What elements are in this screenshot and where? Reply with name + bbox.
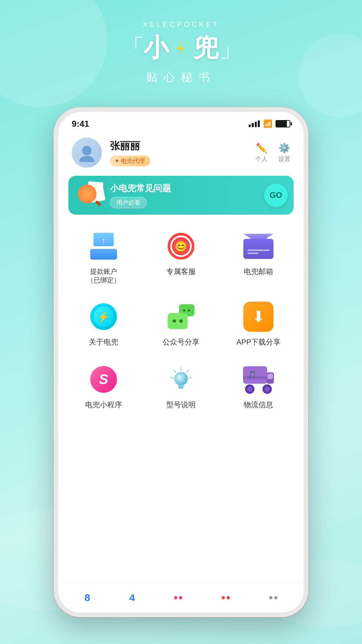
signal-bar-2 xyxy=(252,123,254,127)
menu-item-mailbox[interactable]: 电兜邮箱 xyxy=(222,223,296,290)
nav-dots-3 xyxy=(174,596,182,599)
signal-bar-3 xyxy=(255,122,257,127)
appdown-arrow-icon: ⬇ xyxy=(252,308,265,326)
about-icon-wrapper: ⚡ xyxy=(87,300,120,333)
appdown-icon-wrapper: ⬇ xyxy=(242,300,275,333)
menu-label-logistics: 物流信息 xyxy=(244,400,273,410)
mail-lines xyxy=(247,250,269,256)
menu-item-about[interactable]: ⚡ 关于电兜 xyxy=(66,293,140,353)
mini-icon-wrapper: S xyxy=(87,363,120,396)
menu-item-service[interactable]: 😊 专属客服 xyxy=(144,223,218,290)
svg-text:🎵: 🎵 xyxy=(247,370,257,379)
settings-icon: ⚙️ xyxy=(279,143,290,154)
profile-name: 张丽丽 xyxy=(110,139,247,153)
wechat-eyes-2 xyxy=(183,309,190,312)
banner-title: 小电兜常见问题 xyxy=(110,182,259,194)
badge-label: 电兜代理 xyxy=(121,157,145,165)
phone-mockup: 9:41 📶 xyxy=(54,107,308,617)
logistics-icon: 🎵 xyxy=(242,365,275,394)
svg-rect-9 xyxy=(179,387,183,389)
model-icon-wrapper xyxy=(164,363,198,396)
menu-item-appdown[interactable]: ⬇ APP下载分享 xyxy=(222,293,296,353)
menu-label-wechat: 公众号分享 xyxy=(163,337,199,347)
badge-heart-icon: ♥ xyxy=(115,158,119,164)
menu-label-about: 关于电兜 xyxy=(89,337,118,347)
wechat-icon-wrapper xyxy=(164,300,198,333)
brand-area: XELECPOCKET 「 小 兜 」 贴心秘书 xyxy=(64,20,298,85)
about-inner: ⚡ xyxy=(94,307,114,327)
service-icon: 😊 xyxy=(168,233,194,260)
svg-rect-8 xyxy=(178,385,184,387)
phone-inner: 9:41 📶 xyxy=(58,112,304,612)
nav-item-5[interactable] xyxy=(269,596,278,599)
banner-go-button[interactable]: GO xyxy=(264,183,288,207)
menu-label-appdown: APP下载分享 xyxy=(236,337,281,347)
brand-chinese: 小 兜 xyxy=(143,31,219,65)
withdraw-arrow-icon: ↑ xyxy=(101,235,106,246)
headset-inner: 😊 xyxy=(172,237,190,255)
nav-item-2[interactable]: 4 xyxy=(129,592,135,603)
bracket-right: 」 xyxy=(219,32,241,64)
mail-line-2 xyxy=(247,253,258,254)
mailbox-icon-wrapper xyxy=(242,229,275,263)
faq-banner[interactable]: 小电兜常见问题 用户必看 GO xyxy=(68,176,294,215)
wechat-eyes-1 xyxy=(173,319,183,323)
status-icons: 📶 xyxy=(249,119,290,128)
edit-label: 个人 xyxy=(255,155,267,163)
menu-item-mini[interactable]: S 电兜小程序 xyxy=(66,356,140,415)
nav-dot-5-1 xyxy=(269,596,273,599)
menu-label-mailbox: 电兜邮箱 xyxy=(244,267,273,277)
bg-decoration-2 xyxy=(298,34,362,117)
avatar xyxy=(72,138,102,168)
banner-subtitle: 用户必看 xyxy=(110,197,147,208)
svg-point-16 xyxy=(247,386,252,392)
mini-s-icon: S xyxy=(99,371,108,387)
menu-item-withdraw[interactable]: ↑ 提款账户（已绑定） xyxy=(66,223,140,290)
nav-item-3[interactable] xyxy=(174,596,182,599)
bracket-left: 「 xyxy=(121,32,143,64)
nav-dots-5 xyxy=(269,596,278,599)
svg-line-3 xyxy=(186,370,188,372)
banner-magnify-icon xyxy=(78,184,97,203)
settings-action[interactable]: ⚙️ 设置 xyxy=(278,143,290,163)
nav-badge-1: 8 xyxy=(84,592,90,603)
withdraw-base xyxy=(90,249,117,260)
menu-item-model[interactable]: 型号说明 xyxy=(144,356,218,415)
profile-actions: ✏️ 个人 ⚙️ 设置 xyxy=(255,143,290,163)
profile-info: 张丽丽 ♥ 电兜代理 xyxy=(110,139,247,166)
withdraw-top: ↑ xyxy=(94,233,114,246)
menu-item-logistics[interactable]: 🎵 物流信息 xyxy=(222,356,296,415)
nav-dot-3-2 xyxy=(179,596,182,599)
menu-item-wechat[interactable]: 公众号分享 xyxy=(144,293,218,353)
wifi-icon: 📶 xyxy=(263,119,272,128)
settings-label: 设置 xyxy=(278,155,290,163)
svg-line-5 xyxy=(174,370,176,372)
nav-dots-4 xyxy=(222,596,230,599)
wechat-bubble-1 xyxy=(168,313,188,329)
brand-subtitle: 贴心秘书 xyxy=(64,69,298,85)
bottom-nav: 8 4 xyxy=(58,582,304,612)
svg-point-7 xyxy=(174,372,188,385)
avatar-svg xyxy=(77,143,96,162)
wechat-dot-2 xyxy=(188,309,190,312)
nav-item-4[interactable] xyxy=(222,596,230,599)
banner-text: 小电兜常见问题 用户必看 xyxy=(110,182,259,208)
svg-point-0 xyxy=(82,146,92,155)
edit-action[interactable]: ✏️ 个人 xyxy=(255,143,267,163)
svg-line-6 xyxy=(170,378,173,378)
nav-dot-4-1 xyxy=(222,596,225,599)
profile-badge: ♥ 电兜代理 xyxy=(110,156,150,166)
brand-char-1: 小 xyxy=(143,31,169,65)
about-lightning-icon: ⚡ xyxy=(97,311,110,323)
banner-icon xyxy=(74,182,105,209)
nav-badge-2: 4 xyxy=(129,592,135,603)
mini-icon: S xyxy=(90,366,117,393)
edit-icon: ✏️ xyxy=(256,143,267,154)
appdown-icon: ⬇ xyxy=(243,302,274,332)
model-icon xyxy=(168,366,194,393)
withdraw-icon: ↑ xyxy=(88,233,119,260)
svg-line-4 xyxy=(189,378,192,378)
nav-item-1[interactable]: 8 xyxy=(84,592,90,603)
svg-point-1 xyxy=(79,156,94,162)
battery-fill xyxy=(276,121,287,127)
